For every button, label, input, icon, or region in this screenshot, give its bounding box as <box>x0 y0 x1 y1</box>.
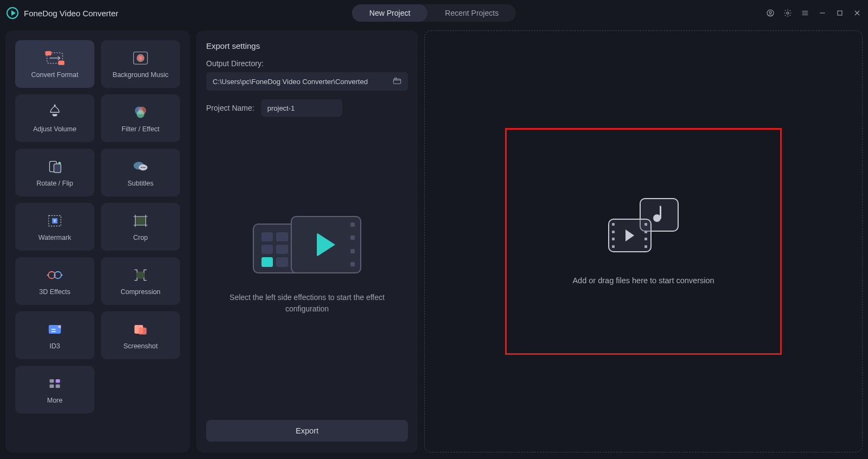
minimize-icon[interactable] <box>818 9 827 17</box>
main-area: Convert Format Background Music Adjust V… <box>0 26 868 459</box>
tool-label: Watermark <box>39 234 72 241</box>
menu-icon[interactable] <box>801 9 809 17</box>
tool-label: Rotate / Flip <box>36 180 73 187</box>
svg-point-13 <box>137 110 144 118</box>
preview-hint: Select the left side effections to start… <box>226 292 388 315</box>
tool-label: Filter / Effect <box>122 125 159 133</box>
tool-label: More <box>47 397 62 404</box>
tool-label: Crop <box>133 234 148 241</box>
maximize-icon[interactable] <box>835 9 844 17</box>
tool-label: 3D Effects <box>39 288 70 296</box>
tool-rotate-flip[interactable]: Rotate / Flip <box>15 149 94 196</box>
convert-format-icon <box>44 49 66 67</box>
svg-rect-36 <box>393 79 400 84</box>
svg-rect-25 <box>135 216 145 225</box>
tool-watermark[interactable]: T Watermark <box>15 203 94 251</box>
tool-more[interactable]: More <box>15 366 94 413</box>
top-tabs: New Project Recent Projects <box>352 4 516 22</box>
tool-crop[interactable]: Crop <box>101 203 180 251</box>
tool-3d-effects[interactable]: 3D Effects <box>15 257 94 305</box>
tool-adjust-volume[interactable]: Adjust Volume <box>15 94 94 142</box>
app-title: FoneDog Video Converter <box>24 9 118 18</box>
output-directory-field[interactable]: C:\Users\pc\FoneDog Video Converter\Conv… <box>206 72 408 91</box>
svg-rect-33 <box>56 379 60 382</box>
svg-point-10 <box>54 105 55 106</box>
screenshot-icon <box>130 321 151 338</box>
adjust-volume-icon <box>44 104 66 121</box>
preview-area: Select the left side effections to start… <box>206 117 408 413</box>
svg-point-19 <box>141 167 142 168</box>
tool-label: Background Music <box>113 71 169 79</box>
tool-convert-format[interactable]: Convert Format <box>15 40 94 88</box>
svg-rect-32 <box>49 379 54 382</box>
svg-rect-37 <box>394 78 397 79</box>
export-button[interactable]: Export <box>206 420 408 442</box>
browse-folder-icon[interactable] <box>393 77 401 86</box>
tool-subtitles[interactable]: Subtitles <box>101 149 180 196</box>
tool-label: Convert Format <box>31 71 79 79</box>
dropzone-panel[interactable]: Add or drag files here to start conversi… <box>424 30 863 452</box>
svg-point-1 <box>769 11 771 14</box>
tool-compression[interactable]: Compression <box>101 257 180 305</box>
tool-screenshot[interactable]: Screenshot <box>101 311 180 359</box>
tool-label: Adjust Volume <box>33 125 76 133</box>
tab-new-project[interactable]: New Project <box>352 4 427 22</box>
more-icon <box>44 375 66 392</box>
watermark-icon: T <box>44 212 66 229</box>
crop-icon <box>130 212 151 229</box>
dropzone-illustration-icon <box>608 198 679 252</box>
project-name-label: Project Name: <box>206 104 254 112</box>
svg-point-16 <box>58 162 61 164</box>
svg-point-21 <box>144 167 145 168</box>
tool-background-music[interactable]: Background Music <box>101 40 180 88</box>
tool-label: Screenshot <box>123 342 157 350</box>
svg-point-20 <box>143 167 144 168</box>
tools-panel: Convert Format Background Music Adjust V… <box>5 30 190 452</box>
tool-label: Subtitles <box>127 180 154 187</box>
account-icon[interactable] <box>766 9 775 17</box>
preview-illustration-icon <box>253 216 361 281</box>
titlebar: FoneDog Video Converter New Project Rece… <box>0 0 868 26</box>
tool-label: Compression <box>120 288 161 296</box>
svg-rect-5 <box>45 51 51 55</box>
svg-rect-31 <box>139 328 146 335</box>
tool-id3[interactable]: ID3 <box>15 311 94 359</box>
svg-point-9 <box>139 56 142 60</box>
svg-rect-6 <box>58 61 64 65</box>
dropzone-highlight: Add or drag files here to start conversi… <box>505 128 782 355</box>
export-panel: Export settings Output Directory: C:\Use… <box>196 30 418 452</box>
svg-rect-28 <box>136 272 145 279</box>
svg-rect-34 <box>49 385 54 388</box>
dropzone-hint: Add or drag files here to start conversi… <box>572 276 714 285</box>
tool-filter-effect[interactable]: Filter / Effect <box>101 94 180 142</box>
background-music-icon <box>130 49 151 67</box>
tool-label: ID3 <box>49 342 60 350</box>
tab-recent-projects[interactable]: Recent Projects <box>427 4 516 22</box>
svg-rect-35 <box>56 385 60 388</box>
filter-effect-icon <box>130 104 151 121</box>
svg-rect-15 <box>54 164 61 173</box>
project-name-input[interactable] <box>261 99 342 117</box>
settings-icon[interactable] <box>783 9 792 17</box>
id3-icon <box>44 321 66 338</box>
subtitles-icon <box>130 158 151 175</box>
svg-point-2 <box>787 12 789 14</box>
3d-effects-icon <box>44 266 66 284</box>
export-heading: Export settings <box>206 41 408 50</box>
svg-rect-3 <box>838 11 842 15</box>
close-icon[interactable] <box>853 9 861 17</box>
app-logo-icon <box>7 7 18 19</box>
rotate-flip-icon <box>44 158 66 175</box>
svg-text:T: T <box>54 219 56 224</box>
compression-icon <box>130 266 151 284</box>
output-directory-value: C:\Users\pc\FoneDog Video Converter\Conv… <box>213 78 368 86</box>
output-directory-label: Output Directory: <box>206 59 408 68</box>
